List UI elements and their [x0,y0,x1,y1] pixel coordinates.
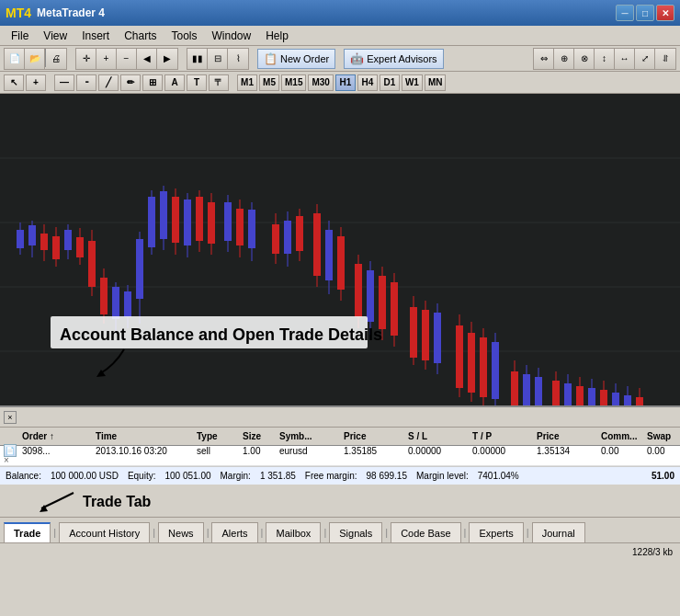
tab-separator-6: | [383,522,390,542]
tab-signals[interactable]: Signals [329,522,382,542]
svg-rect-90 [576,386,584,405]
svg-rect-6 [17,230,24,248]
svg-rect-86 [552,381,560,405]
scroll-right-button[interactable]: ▶ [157,49,177,69]
pen-tool[interactable]: ✏ [120,74,141,91]
balance-row: Balance: 100 000.00 USD Equity: 100 051.… [0,466,680,485]
zoom-in-button[interactable]: + [96,49,117,69]
text-tool[interactable]: A [164,74,185,91]
print-button[interactable]: 🖨 [46,49,66,69]
tab-news[interactable]: News [158,522,204,542]
tab-trade[interactable]: Trade [4,522,51,542]
crosshair-button[interactable]: ✛ [76,49,96,69]
menu-insert[interactable]: Insert [74,28,117,44]
line-chart-button[interactable]: ⌇ [228,49,248,69]
toolbar1: 📄 📂 🖨 ✛ + − ◀ ▶ ▮▮ ⊟ ⌇ 📋 New Order 🤖 Exp… [0,46,680,72]
scroll-left-button[interactable]: ◀ [137,49,157,69]
tab-separator-4: | [259,522,266,542]
tab-separator-8: | [525,522,531,542]
zoom-tool3[interactable]: ⊗ [574,49,595,69]
svg-rect-22 [112,287,119,319]
svg-rect-74 [468,333,475,393]
col-tp: T / P [470,431,535,441]
zoom-tool5[interactable]: ↔ [615,49,635,69]
tab-mailbox[interactable]: Mailbox [266,522,321,542]
tf-m15[interactable]: M15 [281,74,306,91]
col-comm: Comm... [599,431,645,441]
line-tool[interactable]: — [54,74,74,91]
trade-panel-close[interactable]: × [4,411,17,424]
row-size: 1.00 [241,446,278,456]
title-bar-left: MT4 MetaTrader 4 [6,6,105,20]
grid-tool[interactable]: ⊞ [142,74,163,91]
zoom-tools: ⇔ ⊕ ⊗ ↕ ↔ ⤢ ⥯ [533,48,676,70]
row-close[interactable]: × [2,455,20,465]
tab-codebase[interactable]: Code Base [391,522,460,542]
tf-h1[interactable]: H1 [335,74,356,91]
tab-journal[interactable]: Journal [532,522,585,542]
maximize-button[interactable]: □ [636,5,654,21]
memory-status: 1228/3 kb [632,547,673,557]
label-tool[interactable]: T [187,74,207,91]
toolbar2: ↖ + — ⁃ ╱ ✏ ⊞ A T 〒 M1 M5 M15 M30 H1 H4 … [0,72,680,94]
expert-advisors-button[interactable]: 🤖 Expert Advisors [344,49,443,69]
margin-level-value: 7401.04% [478,471,519,481]
zoom-tool6[interactable]: ⤢ [635,49,655,69]
tab-alerts[interactable]: Alerts [211,522,257,542]
svg-rect-70 [434,313,441,363]
svg-rect-32 [172,197,179,243]
nav-tools: ✛ + − ◀ ▶ [75,48,178,70]
trade-tab-annotation: Trade Tab [83,494,151,510]
candle-chart-button[interactable]: ⊟ [208,49,228,69]
tf-m30[interactable]: M30 [308,74,333,91]
tab-account-history[interactable]: Account History [59,522,150,542]
menu-view[interactable]: View [36,28,74,44]
svg-rect-54 [325,230,333,280]
zoom-out-button[interactable]: − [117,49,137,69]
svg-rect-98 [624,395,631,405]
margin-label: Margin: [221,471,251,481]
svg-rect-24 [124,291,131,317]
minimize-button[interactable]: ─ [616,5,634,21]
cursor-tool[interactable]: ↖ [4,74,24,91]
menu-file[interactable]: File [4,28,36,44]
tf-w1[interactable]: W1 [402,74,423,91]
col-symbol: Symb... [278,431,342,441]
row-order: 3098... [20,446,94,456]
zoom-tool2[interactable]: ⊕ [554,49,574,69]
svg-rect-20 [100,278,108,314]
tf-d1[interactable]: D1 [380,74,400,91]
menu-help[interactable]: Help [258,28,296,44]
tf-h4[interactable]: H4 [357,74,378,91]
menu-tools[interactable]: Tools [164,28,205,44]
tab-separator-3: | [205,522,211,542]
zoom-tool4[interactable]: ↕ [595,49,615,69]
svg-rect-88 [564,383,572,405]
row-symbol: eurusd [278,446,342,456]
tab-experts[interactable]: Experts [469,522,523,542]
fib-tool[interactable]: 〒 [209,74,229,91]
tf-m1[interactable]: M1 [237,74,257,91]
zoom-tool7[interactable]: ⥯ [655,49,675,69]
trendline-tool[interactable]: ╱ [98,74,119,91]
open-button[interactable]: 📂 [25,49,45,69]
col-sl: S / L [406,431,470,441]
tf-m5[interactable]: M5 [259,74,279,91]
row-swap: 0.00 [645,446,680,456]
new-chart-button[interactable]: 📄 [5,49,25,69]
svg-rect-76 [480,337,487,397]
balance-label: Balance: [6,471,41,481]
bar-chart-button[interactable]: ▮▮ [187,49,208,69]
zoom-tool1[interactable]: ⇔ [534,49,554,69]
row-comm: 0.00 [599,446,645,456]
menu-window[interactable]: Window [205,28,259,44]
chart-area[interactable]: Account Balance and Open Trade Details [0,94,680,406]
close-button[interactable]: ✕ [656,5,674,21]
crosshair-tool[interactable]: + [26,74,46,91]
hline-tool[interactable]: ⁃ [76,74,96,91]
menu-charts[interactable]: Charts [117,28,164,44]
new-order-button[interactable]: 📋 New Order [257,49,335,69]
equity-label: Equity: [128,471,156,481]
col-order: Order ↑ [20,431,94,441]
tf-mn[interactable]: MN [425,74,447,91]
